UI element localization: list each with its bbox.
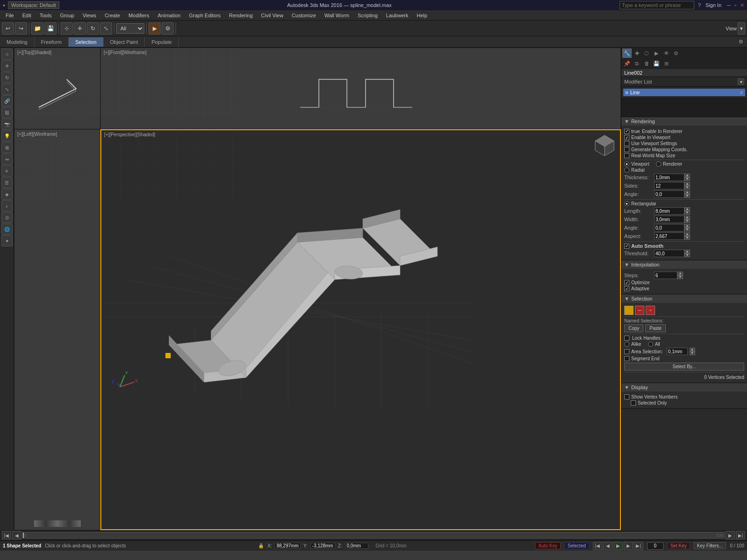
track-view-tool[interactable]: ♪ [1,200,13,211]
light-tool[interactable]: 💡 [1,130,13,141]
auto-smooth-checkbox[interactable] [624,244,629,249]
interpolation-header[interactable]: ▼ Interpolation [621,260,747,269]
open-button[interactable]: 📁 [31,22,43,35]
tab-modeling[interactable]: Modeling [0,37,35,47]
timeline-next-key[interactable]: ▶| [736,531,745,539]
length-down[interactable]: ▼ [684,211,690,215]
help-icon[interactable]: ? [698,2,701,8]
menu-animation[interactable]: Animation [154,12,184,19]
rendering-section-header[interactable]: ▼ Rendering [621,117,747,126]
angle2-down[interactable]: ▼ [684,228,690,231]
render-effects-tool[interactable]: ✦ [1,235,13,246]
rotate-tool[interactable]: ↻ [1,72,13,83]
enable-in-viewport-checkbox[interactable] [624,135,629,140]
render-button[interactable]: ▶ [148,22,161,35]
radial-radio[interactable] [624,168,629,173]
layer-manager-tool[interactable]: ☰ [1,177,13,188]
area-selection-checkbox[interactable] [624,349,629,354]
area-value-input[interactable] [667,348,688,355]
steps-down[interactable]: ▼ [677,275,683,279]
timeline-prev-frame[interactable]: ◀ [12,531,21,539]
display-header[interactable]: ▼ Display [621,383,747,392]
search-input[interactable] [620,1,694,9]
tab-object-paint[interactable]: Object Paint [104,37,145,47]
enable-in-renderer-checkbox[interactable] [624,129,629,134]
rp-tab-motion[interactable]: ▶ [652,49,661,58]
filter-dropdown[interactable]: All [116,23,144,34]
length-input[interactable] [654,207,684,215]
viewport-radio[interactable] [624,161,629,167]
thickness-input[interactable] [654,174,684,181]
next-frame[interactable]: ▶ [624,542,633,550]
select-tool[interactable]: ⊹ [1,49,13,60]
prev-frame[interactable]: ◀ [603,542,613,550]
current-frame-input[interactable] [647,542,663,550]
menu-civil-view[interactable]: Civil View [257,12,287,19]
steps-input[interactable] [654,272,677,279]
segment-end-checkbox[interactable] [624,356,629,361]
area-down[interactable]: ▼ [690,351,695,355]
autokey-button[interactable]: Auto Key [535,542,561,549]
tab-selection[interactable]: Selection [69,37,103,47]
menu-file[interactable]: File [2,12,18,19]
viewport-layout-button[interactable]: ▾ [738,22,745,35]
segment-icon[interactable]: ─ [635,306,644,315]
rp-icon-make-unique[interactable]: ⧉ [632,59,641,68]
menu-graph-editors[interactable]: Graph Editors [185,12,225,19]
set-key-button[interactable]: Set Key [667,542,690,549]
lock-handles-checkbox[interactable] [624,336,629,341]
alike-radio[interactable] [624,342,629,347]
unlink-tool[interactable]: ⛓ [1,107,13,118]
optimize-checkbox[interactable] [624,280,629,285]
thickness-down[interactable]: ▼ [684,177,690,181]
menu-create[interactable]: Create [101,12,124,19]
all-radio[interactable] [648,342,653,347]
schematic-view-tool[interactable]: ⊙ [1,212,13,223]
viewport-perspective[interactable]: [+][Perspective][Shaded] [100,129,621,530]
selected-only-checkbox[interactable] [631,400,636,406]
rp-tab-utilities[interactable]: ⚙ [671,49,681,58]
timeline-track[interactable]: 0 100 [22,532,725,539]
menu-group[interactable]: Group [56,12,78,19]
link-tool[interactable]: 🔗 [1,95,13,106]
move-button[interactable]: ✛ [74,22,86,35]
select-button[interactable]: ⊹ [61,22,73,35]
move-tool[interactable]: ✛ [1,60,13,71]
environment-tool[interactable]: 🌐 [1,224,13,235]
menu-edit[interactable]: Edit [19,12,35,19]
object-name[interactable]: Line002 [621,69,747,77]
rp-tab-hierarchy[interactable]: ⬡ [642,49,651,58]
align-tool[interactable]: ≡ [1,165,13,176]
gen-mapping-checkbox[interactable] [624,147,629,152]
tab-freeform[interactable]: Freeform [35,37,69,47]
modifier-list-dropdown[interactable]: ▾ [738,78,744,85]
material-tool[interactable]: ◈ [1,189,13,200]
menu-rendering[interactable]: Rendering [226,12,257,19]
threshold-down[interactable]: ▼ [684,253,690,257]
use-viewport-checkbox[interactable] [624,141,629,146]
rp-tab-create[interactable]: ✚ [632,49,641,58]
menu-wall-worm[interactable]: Wall Worm [321,12,353,19]
width-input[interactable] [654,216,684,223]
selection-header[interactable]: ▼ Selection [621,294,747,303]
camera-tool[interactable]: 📷 [1,119,13,130]
paste-button[interactable]: Paste [645,324,666,332]
sides-down[interactable]: ▼ [684,186,690,189]
real-world-checkbox[interactable] [624,153,629,158]
hierarchy-tool[interactable]: ⊞ [1,142,13,153]
close-icon[interactable]: ✕ [740,2,744,8]
tab-settings-icon[interactable]: ⚙ [739,39,743,44]
minimize-icon[interactable]: ─ [727,2,731,8]
save-button[interactable]: 💾 [44,22,56,35]
undo-button[interactable]: ↩ [2,22,14,35]
timeline-prev-key[interactable]: |◀ [2,531,11,539]
viewport-left[interactable]: [+][Left][Wireframe] [14,129,100,530]
menu-help[interactable]: Help [413,12,431,19]
mirror-tool[interactable]: ⇔ [1,154,13,165]
angle1-input[interactable] [654,190,684,198]
menu-customize[interactable]: Customize [288,12,320,19]
maximize-icon[interactable]: ▫ [734,2,736,8]
render-settings-button[interactable]: ⚙ [162,22,174,35]
menu-tools[interactable]: Tools [36,12,56,19]
play-animation[interactable]: ▶ [613,542,623,550]
